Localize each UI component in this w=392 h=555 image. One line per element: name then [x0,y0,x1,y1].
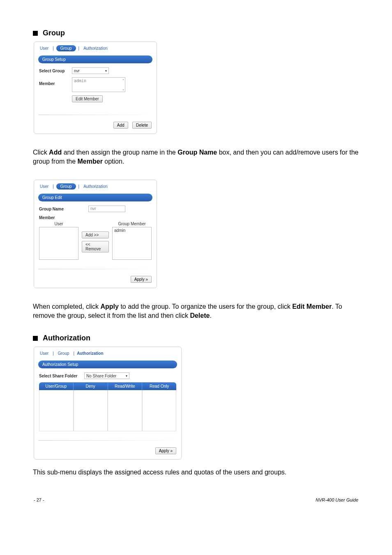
group-name-input[interactable]: nvr [88,206,125,212]
bullet-icon [33,336,38,341]
group-name-label: Group Name [39,207,72,211]
page-number: - 27 - [34,497,44,502]
tab-sep: | [53,351,54,356]
member-value: admin [74,79,86,83]
col-user-group: User/Group [39,382,74,390]
col-deny: Deny [74,382,108,390]
paragraph-group-add: Click Add and then assign the group name… [33,148,359,166]
chevron-down-icon: ▾ [105,69,107,73]
section-title-authorization: Authorization [43,334,90,342]
divider [38,115,152,115]
table-cell[interactable] [142,390,177,431]
group-edit-panel: User | Group | Authorization Group Edit … [34,180,157,288]
group-setup-panel: User | Group | Authorization Group Setup… [34,42,157,134]
edit-member-button[interactable]: Edit Member [72,95,103,102]
table-cell[interactable] [39,390,74,431]
tab-sep: | [78,46,80,51]
select-group-value: nvr [74,69,80,73]
paragraph-group-apply: When completed, click Apply to add the g… [33,302,359,320]
select-group-dropdown[interactable]: nvr ▾ [72,67,109,74]
tab-sep: | [74,351,75,356]
col-read-write: Read/Write [108,382,143,390]
page-footer: - 27 - NVR-400 User Guide [33,497,359,502]
tab-authorization[interactable]: Authorization [82,45,109,51]
table-cell[interactable] [108,390,142,431]
tab-user[interactable]: User [38,350,50,356]
remove-from-group-button[interactable]: << Remove [82,241,109,252]
tab-sep: | [78,184,80,189]
group-setup-header: Group Setup [38,56,152,63]
add-to-group-button[interactable]: Add >> [82,231,109,238]
divider [38,440,177,441]
bullet-icon [33,31,38,36]
table-cell[interactable] [74,390,108,431]
apply-button[interactable]: Apply » [155,447,176,454]
member-label: Member [39,215,152,220]
select-group-label: Select Group [39,69,72,73]
select-share-folder-value: No Share Folder [86,374,116,378]
tab-authorization[interactable]: Authorization [77,351,103,356]
scroll-arrows-icon[interactable]: ▴▾ [122,78,124,92]
divider [38,269,152,269]
chevron-down-icon: ▾ [126,374,127,378]
tab-sep: | [53,46,54,51]
authorization-setup-header: Authorization Setup [38,361,177,368]
tab-group[interactable]: Group [56,350,71,356]
section-title-group: Group [43,29,65,37]
tab-user[interactable]: User [38,183,50,190]
member-listbox[interactable]: admin ▴▾ [72,77,125,92]
tab-authorization[interactable]: Authorization [82,183,109,190]
group-member-column-label: Group Member [118,222,145,226]
group-member-value: admin [114,228,125,233]
add-button[interactable]: Add [113,122,128,129]
authorization-table-body [39,390,176,431]
col-read-only: Read Only [142,382,176,390]
authorization-table-header: User/Group Deny Read/Write Read Only [39,382,176,390]
select-share-folder-label: Select Share Folder [39,374,84,378]
tab-sep: | [53,184,54,189]
group-edit-header: Group Edit [38,194,152,201]
authorization-panel: User | Group | Authorization Authorizati… [34,347,182,460]
apply-button[interactable]: Apply » [131,276,152,283]
user-column-label: User [54,222,63,226]
group-member-listbox[interactable]: admin [112,227,152,260]
user-listbox[interactable] [39,227,78,260]
delete-button[interactable]: Delete [132,122,152,129]
member-label: Member [39,77,72,86]
guide-title: NVR-400 User Guide [316,497,358,502]
tab-user[interactable]: User [38,45,50,51]
select-share-folder-dropdown[interactable]: No Share Folder ▾ [84,372,129,379]
paragraph-authorization: This sub-menu displays the assigned acce… [33,468,359,477]
tab-group[interactable]: Group [56,183,76,190]
tab-group[interactable]: Group [56,45,76,51]
